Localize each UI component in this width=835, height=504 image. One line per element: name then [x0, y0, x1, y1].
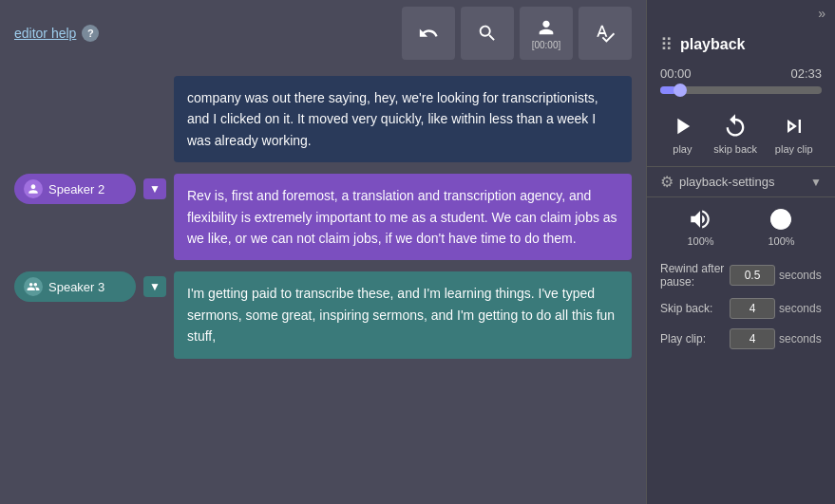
transcript-text-prev[interactable]: company was out there saying, hey, we're… — [174, 76, 632, 162]
playback-controls: play skip back play clip — [647, 105, 835, 166]
speaker3-dropdown[interactable]: ▼ — [143, 276, 166, 297]
settings-arrow-icon: ▼ — [810, 176, 822, 189]
editor-help-link[interactable]: editor help — [14, 26, 76, 41]
speaker-timestamp-label: [00:00] — [532, 40, 561, 50]
progress-section: 00:00 02:33 — [647, 66, 835, 105]
speaker3-row: Speaker 3 ▼ — [14, 271, 166, 302]
speaker-timestamp-button[interactable]: [00:00] — [520, 7, 573, 60]
speaker2-button[interactable]: Speaker 2 — [14, 174, 136, 204]
playback-panel: » ⠿ playback 00:00 02:33 play skip back … — [646, 0, 835, 504]
play-clip-label: play clip — [775, 143, 813, 155]
total-time: 02:33 — [790, 66, 822, 81]
skip-back-unit: seconds — [779, 302, 822, 315]
play-label: play — [673, 143, 692, 155]
editor-panel: editor help ? [00:00] company was out th… — [0, 0, 646, 504]
editor-help-section: editor help ? — [14, 25, 99, 42]
transcript-text-speaker3[interactable]: I'm getting paid to transcribe these, an… — [174, 271, 632, 358]
skip-back-setting-row: Skip back: seconds — [660, 298, 822, 319]
speed-icon — [769, 207, 793, 232]
rewind-unit: seconds — [779, 269, 822, 282]
settings-title: playback-settings — [679, 175, 774, 189]
skip-back-button[interactable]: skip back — [713, 113, 757, 155]
play-clip-unit: seconds — [779, 332, 822, 345]
settings-table: Rewind after pause: seconds Skip back: s… — [647, 256, 835, 364]
speaker2-label-area: Speaker 2 ▼ — [14, 174, 166, 204]
collapse-button[interactable]: » — [818, 6, 826, 21]
speaker2-dropdown[interactable]: ▼ — [143, 178, 166, 199]
speaker2-icon — [24, 179, 43, 198]
volume-control: 100% — [687, 207, 713, 247]
playback-settings-header[interactable]: ⚙ playback-settings ▼ — [647, 166, 835, 197]
transcript-content: company was out there saying, hey, we're… — [0, 66, 646, 504]
panel-collapse-area: » — [647, 0, 835, 27]
play-button[interactable]: play — [669, 113, 695, 155]
speed-control: 100% — [768, 207, 794, 247]
gear-icon: ⚙ — [660, 173, 674, 191]
play-clip-button[interactable]: play clip — [775, 113, 813, 155]
transcript-block-prev: company was out there saying, hey, we're… — [14, 76, 632, 162]
speaker3-icon — [24, 277, 43, 296]
transcript-text-speaker2[interactable]: Rev is, first and foremost, a translatio… — [174, 174, 632, 260]
play-icon — [669, 113, 695, 140]
transcript-block-speaker2: Speaker 2 ▼ Rev is, first and foremost, … — [14, 174, 632, 260]
rewind-setting-row: Rewind after pause: seconds — [660, 262, 822, 289]
speed-label: 100% — [768, 235, 794, 247]
spellcheck-button[interactable] — [579, 7, 632, 60]
playback-header: ⠿ playback — [647, 27, 835, 66]
current-time: 00:00 — [660, 66, 692, 81]
spellcheck-icon — [595, 23, 616, 44]
volume-label: 100% — [687, 235, 713, 247]
toolbar-buttons: [00:00] — [402, 7, 632, 60]
playback-grid-icon: ⠿ — [660, 34, 673, 55]
play-clip-setting-label: Play clip: — [660, 332, 730, 345]
toolbar: editor help ? [00:00] — [0, 0, 646, 66]
speaker2-row: Speaker 2 ▼ — [14, 174, 166, 204]
volume-icon — [688, 207, 712, 232]
time-display: 00:00 02:33 — [660, 66, 822, 81]
rewind-input[interactable] — [730, 265, 775, 286]
skip-back-icon — [722, 113, 749, 140]
vol-speed-row: 100% 100% — [647, 197, 835, 256]
undo-button[interactable] — [402, 7, 455, 60]
playback-title: playback — [680, 36, 745, 53]
search-icon — [477, 23, 498, 44]
speaker2-name: Speaker 2 — [48, 182, 104, 196]
play-clip-setting-row: Play clip: seconds — [660, 328, 822, 349]
rewind-label: Rewind after pause: — [660, 262, 730, 289]
skip-back-setting-label: Skip back: — [660, 302, 730, 315]
play-clip-icon — [781, 113, 807, 140]
undo-icon — [418, 23, 439, 44]
skip-back-input[interactable] — [730, 298, 775, 319]
speaker3-name: Speaker 3 — [48, 280, 104, 294]
speaker3-label-area: Speaker 3 ▼ — [14, 271, 166, 302]
help-icon[interactable]: ? — [82, 25, 99, 42]
play-clip-input[interactable] — [730, 328, 775, 349]
person-icon-s3 — [27, 280, 40, 293]
person-icon — [536, 17, 557, 38]
progress-bar[interactable] — [660, 86, 822, 94]
person-icon-s2 — [27, 182, 40, 196]
skip-back-label: skip back — [713, 143, 757, 155]
transcript-block-speaker3: Speaker 3 ▼ I'm getting paid to transcri… — [14, 271, 632, 358]
speaker3-button[interactable]: Speaker 3 — [14, 271, 136, 302]
search-button[interactable] — [461, 7, 514, 60]
progress-handle[interactable] — [674, 84, 687, 97]
